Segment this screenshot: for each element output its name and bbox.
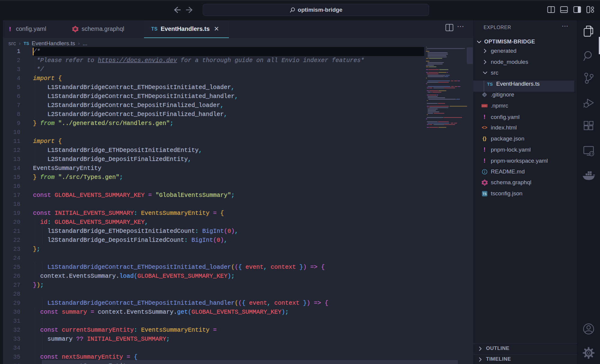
svg-text:TS: TS — [483, 192, 487, 195]
